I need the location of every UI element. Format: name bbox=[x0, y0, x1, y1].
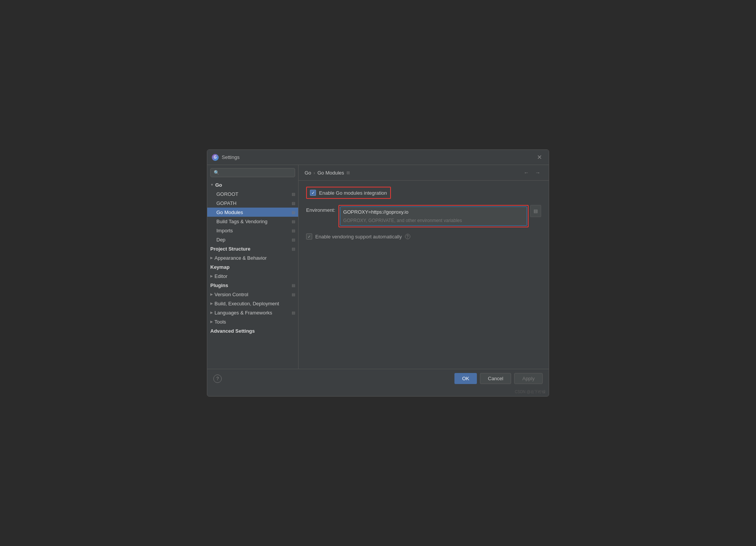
module-icon-10: ▤ bbox=[292, 311, 295, 315]
footer-right: OK Cancel Apply bbox=[454, 373, 543, 384]
breadcrumb-part2: Go Modules bbox=[318, 170, 344, 176]
content-area: ✓ Enable Go modules integration Environm… bbox=[299, 181, 549, 369]
title-bar-left: G Settings bbox=[212, 154, 240, 161]
search-input[interactable] bbox=[210, 168, 295, 177]
sidebar-item-tools[interactable]: ▶ Tools bbox=[207, 317, 298, 326]
module-icon-7: ▤ bbox=[292, 247, 295, 251]
watermark: CSDN @在下柠檬 bbox=[207, 388, 549, 396]
enable-vendoring-checkbox[interactable]: ✓ bbox=[306, 233, 312, 240]
dialog-title: Settings bbox=[222, 154, 240, 160]
enable-integration-checkbox[interactable]: ✓ bbox=[310, 190, 316, 196]
footer-left: ? bbox=[213, 375, 222, 383]
apply-button[interactable]: Apply bbox=[514, 373, 543, 384]
sidebar-item-build-exec[interactable]: ▶ Build, Execution, Deployment bbox=[207, 299, 298, 308]
breadcrumb-part1: Go bbox=[305, 170, 311, 176]
environment-row: Environment: GOPROXY, GOPRIVATE, and oth… bbox=[306, 205, 541, 227]
sidebar-item-keymap[interactable]: Keymap bbox=[207, 262, 298, 271]
title-bar: G Settings ✕ bbox=[207, 150, 549, 165]
help-button[interactable]: ? bbox=[213, 375, 222, 383]
close-button[interactable]: ✕ bbox=[535, 153, 544, 162]
enable-integration-label: Enable Go modules integration bbox=[319, 190, 387, 196]
environment-dropdown-button[interactable]: ▤ bbox=[530, 205, 541, 217]
app-icon: G bbox=[212, 154, 219, 161]
enable-integration-row: ✓ Enable Go modules integration bbox=[306, 187, 391, 199]
nav-forward-button[interactable]: → bbox=[533, 169, 543, 176]
cancel-button[interactable]: Cancel bbox=[480, 373, 511, 384]
chevron-right-icon-4: ▶ bbox=[210, 302, 213, 305]
module-icon-8: ▤ bbox=[292, 283, 295, 287]
environment-input-inner: GOPROXY, GOPRIVATE, and other environmen… bbox=[340, 206, 527, 226]
sidebar-item-advanced[interactable]: Advanced Settings bbox=[207, 326, 298, 335]
module-icon-9: ▤ bbox=[292, 292, 295, 297]
sidebar-item-languages[interactable]: ▶ Languages & Frameworks ▤ bbox=[207, 308, 298, 317]
main-content: Go › Go Modules ⊞ ← → ✓ Enable Go module… bbox=[299, 165, 549, 369]
module-icon-3: ▤ bbox=[292, 210, 295, 214]
sidebar-item-imports[interactable]: Imports ▤ bbox=[207, 226, 298, 235]
sidebar-item-goroot[interactable]: GOROOT ▤ bbox=[207, 189, 298, 198]
enable-vendoring-label: Enable vendoring support automatically bbox=[315, 234, 402, 240]
sidebar-item-version-control[interactable]: ▶ Version Control ▤ bbox=[207, 290, 298, 299]
vendoring-row: ✓ Enable vendoring support automatically… bbox=[306, 233, 541, 240]
sidebar-item-plugins[interactable]: Plugins ▤ bbox=[207, 281, 298, 290]
breadcrumb-icon: ⊞ bbox=[346, 170, 350, 175]
sidebar-item-build-tags[interactable]: Build Tags & Vendoring ▤ bbox=[207, 217, 298, 226]
module-icon: ▤ bbox=[292, 192, 295, 196]
vendoring-help-icon[interactable]: ? bbox=[405, 234, 410, 239]
chevron-right-icon-6: ▶ bbox=[210, 320, 213, 324]
dialog-footer: ? OK Cancel Apply bbox=[207, 369, 549, 388]
environment-label: Environment: bbox=[306, 205, 335, 213]
chevron-right-icon: ▶ bbox=[210, 256, 213, 260]
breadcrumb-nav: ← → bbox=[521, 169, 543, 176]
chevron-down-icon: ▼ bbox=[210, 183, 214, 187]
module-icon-5: ▤ bbox=[292, 229, 295, 233]
sidebar-item-editor[interactable]: ▶ Editor bbox=[207, 271, 298, 281]
environment-input[interactable] bbox=[340, 207, 527, 217]
chevron-right-icon-2: ▶ bbox=[210, 274, 213, 278]
sidebar-item-gopath[interactable]: GOPATH ▤ bbox=[207, 198, 298, 208]
module-icon-4: ▤ bbox=[292, 219, 295, 224]
chevron-right-icon-5: ▶ bbox=[210, 311, 213, 314]
dialog-body: ▼ Go GOROOT ▤ GOPATH ▤ Go Modules ▤ Buil… bbox=[207, 165, 549, 369]
sidebar-item-go-modules[interactable]: Go Modules ▤ bbox=[207, 208, 298, 217]
breadcrumb: Go › Go Modules ⊞ ← → bbox=[299, 165, 549, 181]
ok-button[interactable]: OK bbox=[454, 373, 477, 384]
sidebar-item-dep[interactable]: Dep ▤ bbox=[207, 235, 298, 244]
sidebar-item-appearance[interactable]: ▶ Appearance & Behavior bbox=[207, 253, 298, 262]
module-icon-2: ▤ bbox=[292, 201, 295, 205]
breadcrumb-arrow: › bbox=[313, 170, 315, 176]
nav-back-button[interactable]: ← bbox=[521, 169, 531, 176]
sidebar-item-project-structure[interactable]: Project Structure ▤ bbox=[207, 244, 298, 253]
module-icon-6: ▤ bbox=[292, 238, 295, 242]
settings-dialog: G Settings ✕ ▼ Go GOROOT ▤ GOPATH ▤ bbox=[207, 149, 549, 397]
sidebar: ▼ Go GOROOT ▤ GOPATH ▤ Go Modules ▤ Buil… bbox=[207, 165, 299, 369]
sidebar-item-go[interactable]: ▼ Go bbox=[207, 180, 298, 189]
environment-hint: GOPROXY, GOPRIVATE, and other environmen… bbox=[340, 217, 527, 225]
chevron-right-icon-3: ▶ bbox=[210, 292, 213, 296]
environment-input-container: GOPROXY, GOPRIVATE, and other environmen… bbox=[338, 205, 529, 227]
